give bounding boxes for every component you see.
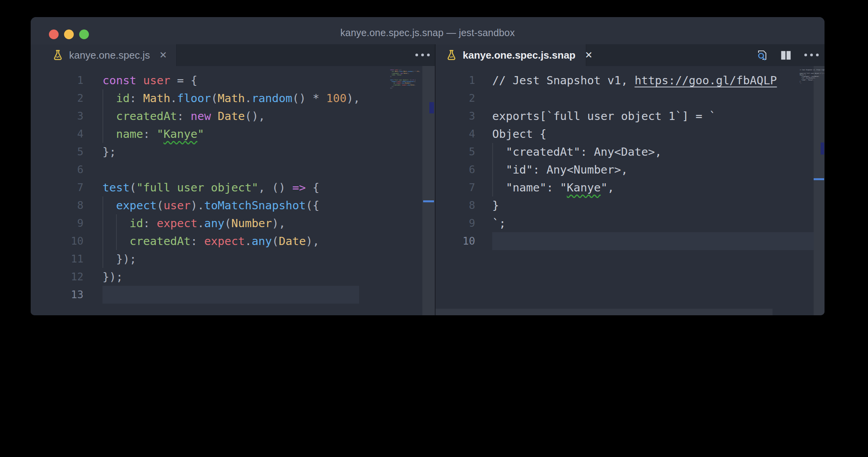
traffic-lights	[49, 30, 89, 39]
line-number: 5	[31, 143, 83, 161]
editor-split-container: kanye.one.spec.js ✕ 1const user = {2 id:…	[31, 44, 825, 315]
editor-actions	[756, 49, 792, 63]
code-line-7[interactable]: 7 "name": "Kanye",	[436, 179, 825, 196]
code-line-9[interactable]: 9`;	[436, 214, 825, 232]
code-line-3[interactable]: 3exports[`full user object 1`] = `	[436, 107, 825, 125]
line-number: 9	[31, 214, 83, 232]
line-number: 11	[31, 250, 83, 268]
overview-cursor-marker	[423, 200, 434, 202]
code-line-4[interactable]: 4Object {	[436, 125, 825, 143]
line-number: 7	[31, 179, 83, 196]
search-in-file-icon[interactable]	[756, 49, 769, 63]
line-number: 3	[436, 107, 475, 125]
code-line-7[interactable]: 7test("full user object", () => {	[31, 179, 435, 196]
line-number: 1	[436, 71, 475, 89]
tab-kanye-one-spec-js-snap[interactable]: kanye.one.spec.js.snap ✕	[436, 44, 586, 66]
tab-bar-left: kanye.one.spec.js ✕	[31, 44, 435, 66]
code-line-11[interactable]: 11 });	[31, 250, 435, 268]
more-actions-icon[interactable]	[804, 54, 819, 56]
overview-ruler-marker	[821, 142, 824, 155]
line-number: 2	[31, 89, 83, 107]
editor-window: kanye.one.spec.js.snap — jest-sandbox	[31, 17, 825, 315]
beaker-test-icon	[446, 50, 457, 61]
minimap[interactable]: const user = { id: Math.floor(Math.rando…	[390, 69, 420, 91]
line-number: 12	[31, 268, 83, 286]
code-line-10[interactable]: 10	[436, 232, 825, 250]
line-number: 10	[436, 232, 475, 250]
overview-cursor-marker	[814, 178, 824, 180]
more-actions-icon[interactable]	[415, 54, 430, 56]
line-number: 6	[436, 161, 475, 179]
line-number: 9	[436, 214, 475, 232]
editor-group-left: kanye.one.spec.js ✕ 1const user = {2 id:…	[31, 44, 435, 315]
line-number: 7	[436, 179, 475, 196]
line-number: 13	[31, 286, 83, 304]
tab-bar-right: kanye.one.spec.js.snap ✕	[436, 44, 825, 66]
code-line-1[interactable]: 1// Jest Snapshot v1, https://goo.gl/fbA…	[436, 71, 825, 89]
line-number: 8	[31, 196, 83, 214]
code-line-8[interactable]: 8}	[436, 196, 825, 214]
scrollbar-track[interactable]	[814, 66, 825, 315]
close-tab-icon[interactable]: ✕	[159, 50, 167, 60]
title-bar[interactable]: kanye.one.spec.js.snap — jest-sandbox	[31, 17, 825, 45]
line-number: 4	[31, 125, 83, 143]
code-line-5[interactable]: 5};	[31, 143, 435, 161]
tab-label: kanye.one.spec.js.snap	[463, 49, 575, 61]
code-line-5[interactable]: 5 "createdAt": Any<Date>,	[436, 143, 825, 161]
beaker-test-icon	[53, 50, 63, 61]
window-title: kanye.one.spec.js.snap — jest-sandbox	[31, 17, 825, 44]
code-line-9[interactable]: 9 id: expect.any(Number),	[31, 214, 435, 232]
code-line-12[interactable]: 12});	[31, 268, 435, 286]
line-number: 1	[31, 71, 83, 89]
close-window-button[interactable]	[49, 30, 59, 39]
code-editor-right[interactable]: 1// Jest Snapshot v1, https://goo.gl/fbA…	[436, 66, 825, 315]
split-editor-icon[interactable]	[780, 49, 792, 63]
line-number: 5	[436, 143, 475, 161]
code-line-6[interactable]: 6	[31, 161, 435, 179]
tab-kanye-one-spec-js[interactable]: kanye.one.spec.js ✕	[31, 44, 177, 66]
line-number: 3	[31, 107, 83, 125]
code-line-1[interactable]: 1const user = {	[31, 71, 435, 89]
code-line-4[interactable]: 4 name: "Kanye"	[31, 125, 435, 143]
code-line-2[interactable]: 2	[436, 89, 825, 107]
code-line-6[interactable]: 6 "id": Any<Number>,	[436, 161, 825, 179]
line-number: 10	[31, 232, 83, 250]
code-lines: 1// Jest Snapshot v1, https://goo.gl/fbA…	[436, 71, 825, 250]
overview-ruler-marker	[429, 102, 434, 113]
tab-label: kanye.one.spec.js	[69, 49, 150, 61]
code-editor-left[interactable]: 1const user = {2 id: Math.floor(Math.ran…	[31, 66, 435, 315]
editor-group-right: kanye.one.spec.js.snap ✕	[436, 44, 825, 315]
screenshot-canvas: kanye.one.spec.js.snap — jest-sandbox	[0, 0, 868, 457]
code-line-3[interactable]: 3 createdAt: new Date(),	[31, 107, 435, 125]
line-number: 2	[436, 89, 475, 107]
code-line-10[interactable]: 10 createdAt: expect.any(Date),	[31, 232, 435, 250]
minimize-window-button[interactable]	[64, 30, 74, 39]
line-number: 8	[436, 196, 475, 214]
line-number: 4	[436, 125, 475, 143]
code-line-8[interactable]: 8 expect(user).toMatchSnapshot({	[31, 196, 435, 214]
code-line-2[interactable]: 2 id: Math.floor(Math.random() * 100),	[31, 89, 435, 107]
zoom-window-button[interactable]	[79, 30, 89, 39]
code-line-13[interactable]: 13	[31, 286, 435, 304]
code-lines: 1const user = {2 id: Math.floor(Math.ran…	[31, 71, 435, 304]
horizontal-scrollbar[interactable]	[436, 309, 773, 315]
line-number: 6	[31, 161, 83, 179]
close-tab-icon[interactable]: ✕	[585, 50, 592, 60]
